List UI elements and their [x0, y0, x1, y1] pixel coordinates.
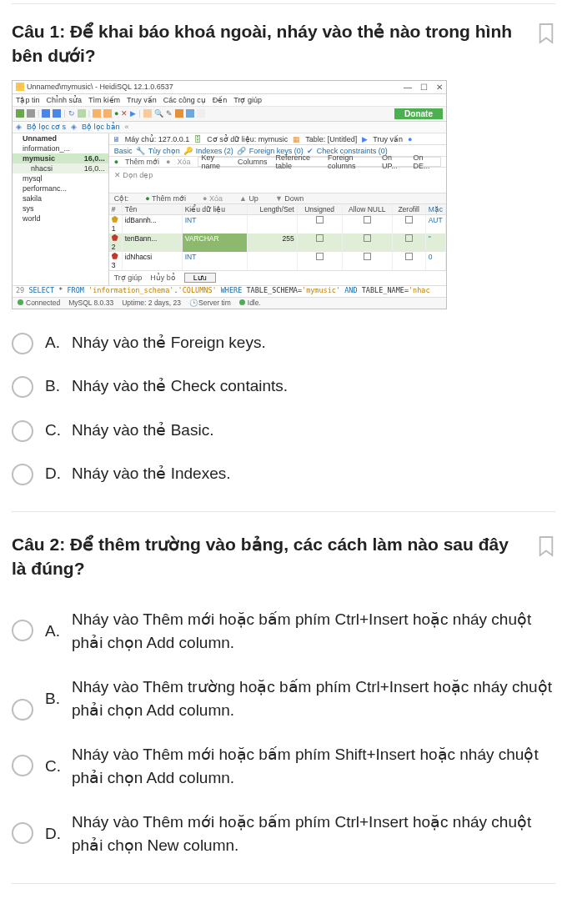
th-unsigned[interactable]: Unsigned [298, 204, 343, 214]
tree-item[interactable]: nhacsi16,0... [13, 163, 108, 173]
menu-file[interactable]: Tập tin [16, 96, 40, 104]
checkbox[interactable] [364, 234, 371, 242]
option-d[interactable]: D.Nháy vào thẻ Indexes. [12, 462, 555, 486]
tree-item[interactable]: performanc... [13, 183, 108, 193]
checkbox[interactable] [364, 216, 371, 223]
option-c[interactable]: C.Nháy vào Thêm mới hoặc bấm phím Shift+… [12, 743, 555, 791]
toolbar-icon[interactable]: ✕ [121, 109, 128, 118]
tab-query[interactable]: Truy vấn [373, 135, 403, 143]
key-icon [112, 216, 118, 223]
cols-up[interactable]: Up [248, 194, 258, 203]
cols-del[interactable]: Xóa [209, 194, 223, 203]
toolbar-icon[interactable] [175, 109, 183, 118]
checkbox[interactable] [364, 253, 371, 260]
th-len[interactable]: Length/Set [248, 204, 298, 214]
status-dot-icon [18, 299, 23, 305]
q2-number: Câu 2: [12, 535, 65, 554]
tree-item[interactable]: information_... [13, 143, 108, 153]
table-row[interactable]: 3 idNhacsi INT 0 [109, 252, 446, 270]
cancel-link[interactable]: Hủy bỏ [150, 274, 176, 282]
subtab-basic[interactable]: Basic [114, 147, 133, 155]
radio-icon[interactable] [12, 464, 33, 485]
radio-icon[interactable] [12, 333, 33, 354]
tree-item[interactable]: world [13, 213, 108, 223]
th-zero[interactable]: Zerofill [393, 204, 426, 214]
toolbar-icon[interactable] [197, 109, 205, 118]
tab-db[interactable]: Cơ sở dữ liệu: mymusic [207, 135, 288, 143]
tab-more-icon[interactable]: ● [408, 135, 412, 143]
toolbar-icon[interactable] [16, 109, 24, 118]
cols-down[interactable]: Down [284, 194, 304, 203]
fk-add[interactable]: Thêm mới [125, 158, 159, 166]
menu-query[interactable]: Truy vấn [127, 96, 157, 104]
toolbar-icon[interactable]: ● [114, 109, 118, 118]
bookmark-icon[interactable] [537, 23, 555, 44]
radio-icon[interactable] [12, 620, 33, 641]
option-d[interactable]: D.Nháy vào Thêm mới hoặc bấm phím Ctrl+I… [12, 811, 555, 858]
toolbar-icon[interactable] [93, 109, 101, 118]
option-c[interactable]: C.Nháy vào thẻ Basic. [12, 419, 555, 443]
radio-icon[interactable] [12, 755, 33, 776]
table-filter-label[interactable]: Bộ lọc bản [82, 123, 120, 131]
radio-icon[interactable] [12, 376, 33, 398]
toolbar-icon[interactable]: ↻ [68, 109, 75, 118]
checkbox[interactable] [405, 216, 413, 223]
menu-search[interactable]: Tìm kiếm [88, 96, 120, 104]
checkbox[interactable] [316, 234, 324, 242]
table-row[interactable]: 1 idBannh... INT AUT [109, 215, 446, 234]
menu-goto[interactable]: Đến [213, 96, 228, 104]
tree-item[interactable]: sys [13, 203, 108, 213]
cols-add[interactable]: Thêm mới [152, 194, 186, 203]
db-filter-label[interactable]: Bộ lọc cơ s [27, 123, 66, 131]
toolbar-icon[interactable] [53, 109, 61, 118]
fk-clean[interactable]: Dọn dẹp [123, 171, 153, 179]
option-a[interactable]: A.Nháy vào Thêm mới hoặc bấm phím Ctrl+I… [12, 608, 555, 655]
menu-edit[interactable]: Chỉnh sửa [47, 96, 83, 104]
db-filter-icon[interactable]: ◈ [16, 123, 22, 131]
checkbox[interactable] [316, 253, 324, 260]
toolbar-icon[interactable]: ▶ [130, 109, 136, 118]
tree-root[interactable]: Unnamed [13, 133, 108, 143]
radio-icon[interactable] [12, 699, 33, 721]
toolbar-icon[interactable] [103, 109, 112, 118]
save-button[interactable]: Lưu [184, 273, 216, 283]
tab-table[interactable]: Table: [Untitled] [305, 135, 357, 143]
toolbar-icon[interactable] [42, 109, 50, 118]
fk-del[interactable]: Xóa [178, 158, 191, 166]
toolbar-icon[interactable] [186, 109, 194, 118]
menu-tools[interactable]: Các công cụ [163, 96, 206, 104]
bookmark-icon[interactable] [537, 535, 555, 557]
th-idx[interactable]: # [109, 204, 123, 214]
tree-item[interactable]: sakila [13, 193, 108, 203]
th-null[interactable]: Allow NULL [343, 204, 393, 214]
option-b[interactable]: B.Nháy vào thẻ Check containts. [12, 374, 555, 399]
radio-icon[interactable] [12, 822, 33, 844]
table-row-selected[interactable]: 2 tenBann... VARCHAR 255 '' [109, 234, 446, 252]
help-link[interactable]: Trợ giúp [114, 274, 143, 282]
table-filter-icon[interactable]: ◈ [71, 123, 77, 131]
checkbox[interactable] [316, 216, 324, 223]
th-type[interactable]: Kiểu dữ liệu [183, 204, 248, 214]
toolbar-icon[interactable]: ✎ [166, 109, 173, 118]
th-name[interactable]: Tên [123, 204, 183, 214]
radio-icon[interactable] [12, 420, 33, 442]
toolbar-icon[interactable] [78, 109, 86, 118]
minimize-icon[interactable]: — [404, 83, 412, 92]
donate-button[interactable]: Donate [394, 108, 443, 119]
checkbox[interactable] [405, 234, 413, 242]
toolbar-icon[interactable] [143, 109, 152, 118]
tree-item[interactable]: mysql [13, 173, 108, 183]
chevron-down-icon[interactable]: « [125, 123, 129, 131]
option-a[interactable]: A.Nháy vào thẻ Foreign keys. [12, 331, 555, 355]
checkbox[interactable] [405, 253, 413, 260]
option-b[interactable]: B.Nháy vào Thêm trường hoặc bấm phím Ctr… [12, 675, 555, 723]
toolbar-icon[interactable] [27, 109, 35, 118]
th-default[interactable]: Mặc [426, 204, 446, 214]
close-icon[interactable]: ✕ [436, 83, 443, 92]
maximize-icon[interactable]: ☐ [420, 83, 428, 92]
toolbar-icon[interactable]: 🔍 [154, 109, 163, 118]
tab-host[interactable]: Máy chủ: 127.0.0.1 [125, 135, 190, 143]
menu-help[interactable]: Trợ giúp [233, 96, 262, 104]
tree-item-selected[interactable]: mymusic16,0... [13, 153, 108, 163]
subtab-options[interactable]: Tùy chọn [148, 147, 180, 155]
